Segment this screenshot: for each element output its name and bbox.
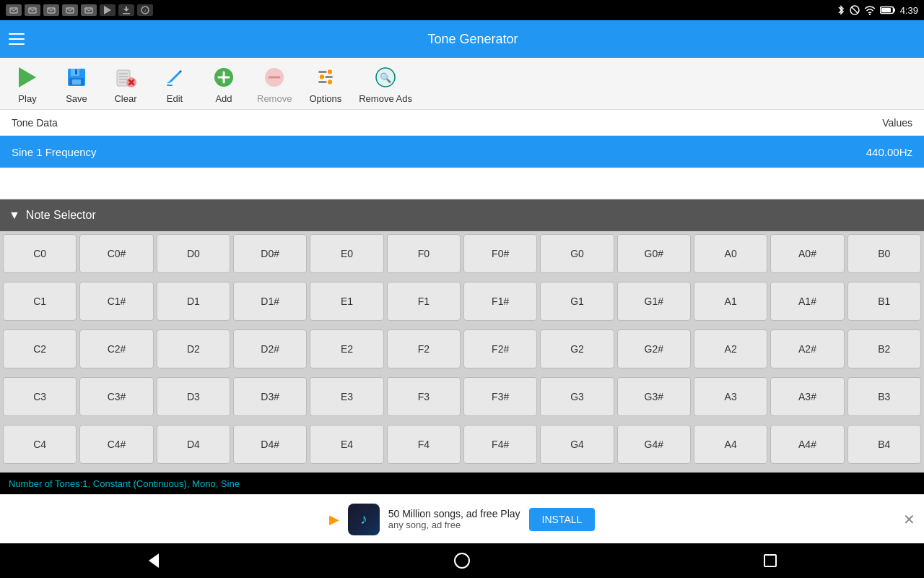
note-button[interactable]: D1 <box>157 282 230 321</box>
note-button[interactable]: C3# <box>79 377 153 416</box>
note-button[interactable]: G3 <box>540 377 614 416</box>
app-icon: ♪ <box>137 4 153 16</box>
play-button[interactable]: Play <box>6 60 49 107</box>
status-bottom: Number of Tones:1, Constant (Continuous)… <box>0 473 924 494</box>
svg-point-42 <box>327 79 333 85</box>
svg-text:♪: ♪ <box>144 8 147 13</box>
note-button[interactable]: G0# <box>617 234 691 273</box>
note-button[interactable]: E0 <box>310 234 383 273</box>
home-button[interactable] <box>444 546 480 575</box>
note-button[interactable]: A2# <box>770 329 844 368</box>
note-button[interactable]: A4# <box>770 425 844 464</box>
note-selector-title: Note Selector <box>26 209 96 222</box>
options-button[interactable]: Options <box>303 60 347 107</box>
remove-ads-icon: 🔍 <box>371 63 400 92</box>
note-button[interactable]: F1# <box>463 282 537 321</box>
edit-button[interactable]: Edit <box>153 60 196 107</box>
note-button[interactable]: B0 <box>847 234 921 273</box>
note-button[interactable]: C4 <box>3 425 77 464</box>
note-button[interactable]: C1 <box>3 282 77 321</box>
note-button[interactable]: C4# <box>79 425 153 464</box>
remove-ads-button[interactable]: 🔍 Remove Ads <box>353 60 418 107</box>
note-button[interactable]: F3# <box>463 377 537 416</box>
note-button[interactable]: A3# <box>770 377 844 416</box>
note-button[interactable]: F0 <box>387 234 461 273</box>
clear-button[interactable]: Clear <box>104 60 147 107</box>
note-button[interactable]: D4# <box>233 425 307 464</box>
back-button[interactable] <box>136 546 172 575</box>
ad-banner: ▶ ♪ 50 Million songs, ad free Play any s… <box>0 494 924 543</box>
note-button[interactable]: B2 <box>847 329 921 368</box>
note-button[interactable]: G4 <box>540 425 614 464</box>
note-button[interactable]: D3# <box>233 377 307 416</box>
app-title: Tone Generator <box>30 32 915 47</box>
svg-rect-31 <box>167 85 173 86</box>
status-bar: ♪ 4:39 <box>0 0 924 20</box>
note-button[interactable]: C1# <box>79 282 153 321</box>
recents-button[interactable] <box>752 546 788 575</box>
save-label: Save <box>66 93 87 104</box>
note-button[interactable]: F2 <box>387 329 461 368</box>
note-button[interactable]: B1 <box>847 282 921 321</box>
play-notification-icon <box>100 4 116 16</box>
note-button[interactable]: D2# <box>233 329 307 368</box>
note-button[interactable]: G2 <box>540 329 614 368</box>
note-button[interactable]: E4 <box>310 425 383 464</box>
note-button[interactable]: F4# <box>463 425 537 464</box>
svg-point-13 <box>868 14 870 15</box>
note-button[interactable]: A0# <box>770 234 844 273</box>
note-button[interactable]: B4 <box>847 425 921 464</box>
note-button[interactable]: G1# <box>617 282 691 321</box>
note-button[interactable]: D1# <box>233 282 307 321</box>
svg-line-30 <box>167 82 170 83</box>
add-icon <box>209 63 238 92</box>
note-button[interactable]: A0 <box>694 234 767 273</box>
note-button[interactable]: C0# <box>79 234 153 273</box>
add-button[interactable]: Add <box>202 60 245 107</box>
note-button[interactable]: F2# <box>463 329 537 368</box>
note-button[interactable]: D2 <box>157 329 230 368</box>
remove-icon <box>260 63 289 92</box>
note-button[interactable]: A2 <box>694 329 767 368</box>
note-button[interactable]: D0# <box>233 234 307 273</box>
note-button[interactable]: G0 <box>540 234 614 273</box>
note-button[interactable]: A4 <box>694 425 767 464</box>
note-button[interactable]: B3 <box>847 377 921 416</box>
note-button[interactable]: G4# <box>617 425 691 464</box>
note-button[interactable]: A1 <box>694 282 767 321</box>
note-button[interactable]: D3 <box>157 377 230 416</box>
empty-tone-row <box>0 168 924 199</box>
note-button[interactable]: A1# <box>770 282 844 321</box>
note-button[interactable]: C0 <box>3 234 77 273</box>
note-button[interactable]: C2# <box>79 329 153 368</box>
note-button[interactable]: C3 <box>3 377 77 416</box>
add-label: Add <box>215 93 232 104</box>
note-button[interactable]: C2 <box>3 329 77 368</box>
note-button[interactable]: E2 <box>310 329 383 368</box>
save-button[interactable]: Save <box>55 60 98 107</box>
ad-close-button[interactable]: ✕ <box>903 511 915 528</box>
tone-row-selected[interactable]: Sine 1 Frequency 440.00Hz <box>0 136 924 168</box>
note-button[interactable]: F1 <box>387 282 461 321</box>
note-button[interactable]: E3 <box>310 377 383 416</box>
save-icon <box>62 63 91 92</box>
status-text: Number of Tones:1, Constant (Continuous)… <box>9 478 240 489</box>
remove-button[interactable]: Remove <box>251 60 297 107</box>
note-button[interactable]: D4 <box>157 425 230 464</box>
ad-line1: 50 Million songs, ad free Play <box>388 508 520 519</box>
install-button[interactable]: INSTALL <box>529 508 596 531</box>
chevron-down-icon: ▼ <box>9 209 20 222</box>
play-label: Play <box>18 93 36 104</box>
note-button[interactable]: A3 <box>694 377 767 416</box>
note-button[interactable]: F3 <box>387 377 461 416</box>
note-button[interactable]: E1 <box>310 282 383 321</box>
note-button[interactable]: F4 <box>387 425 461 464</box>
note-button[interactable]: F0# <box>463 234 537 273</box>
note-button[interactable]: G2# <box>617 329 691 368</box>
notification-icon-1 <box>6 4 22 16</box>
hamburger-menu[interactable] <box>9 28 30 50</box>
note-button[interactable]: G3# <box>617 377 691 416</box>
note-selector-header[interactable]: ▼ Note Selector <box>0 199 924 231</box>
note-button[interactable]: D0 <box>157 234 230 273</box>
note-button[interactable]: G1 <box>540 282 614 321</box>
